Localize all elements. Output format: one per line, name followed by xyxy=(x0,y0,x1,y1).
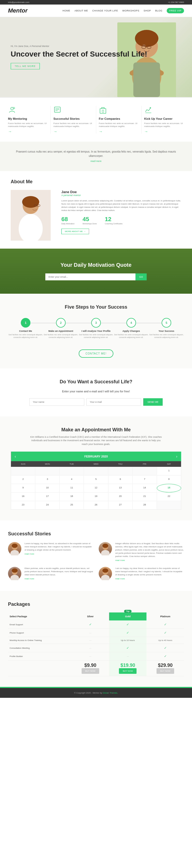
pkg-platinum-buy-button[interactable]: BUY NOW xyxy=(157,668,174,674)
promo-read-more[interactable]: read more xyxy=(90,160,101,162)
calendar-cell[interactable]: 18 xyxy=(60,492,84,501)
calendar-cell[interactable]: 5 xyxy=(84,475,108,484)
step-4: 4 Apply Changes Sed facilisis nec ante c… xyxy=(114,318,149,339)
feature-title-stories: Successful Stories xyxy=(53,117,93,120)
calendar-cell[interactable]: 27 xyxy=(108,501,132,509)
logo[interactable]: Mentor xyxy=(8,7,28,14)
dyw-subtitle: Enter your name and e-mail and I will te… xyxy=(11,390,181,393)
calendar-next-button[interactable]: › xyxy=(176,454,177,459)
calendar-cell xyxy=(60,467,84,475)
calendar-cell[interactable]: 4 xyxy=(60,475,84,484)
calendar-prev-button[interactable]: ‹ xyxy=(15,454,16,459)
quote-form: GO xyxy=(45,273,147,280)
stories-section: Successful Stories Lorem la happy, my de… xyxy=(0,520,192,591)
calendar-cell[interactable]: 10 xyxy=(35,484,60,492)
svg-point-32 xyxy=(102,544,108,548)
hero-cta-button[interactable]: TELL ME MORE xyxy=(11,63,40,69)
feature-arrow-stories[interactable]: → xyxy=(53,129,93,134)
nav-shop[interactable]: SHOP xyxy=(143,9,151,12)
dyw-title: Do You Want a Successful Life? xyxy=(11,379,181,385)
calendar-cell[interactable]: 1 xyxy=(157,467,181,475)
svg-point-43 xyxy=(101,575,109,580)
nav-about[interactable]: ABOUT ME xyxy=(74,9,88,12)
step-1: 1 Contact Me Sed facilisis nec ante cons… xyxy=(8,318,43,339)
promo-band: Praesent cursus nulla nec arcu semper, e… xyxy=(0,142,192,171)
step-desc-2: Sed facilisis nec ante consequat aliquam… xyxy=(43,334,78,339)
feature-text-mentoring: Fusce facilisis nec ante ac accumsan. Ut… xyxy=(8,122,48,128)
story-avatar xyxy=(99,567,112,580)
nav-home[interactable]: HOME xyxy=(62,9,70,12)
calendar-cell[interactable]: 13 xyxy=(108,484,132,492)
feature-arrow-companies[interactable]: → xyxy=(99,129,139,134)
calendar-cell[interactable]: 7 xyxy=(132,475,157,484)
calendar-cell[interactable]: 25 xyxy=(60,501,84,509)
calendar-cell[interactable]: 23 xyxy=(11,501,35,509)
quote-title: Your Daily Motivation Quote xyxy=(11,262,181,268)
calendar-cell[interactable]: 3 xyxy=(35,475,60,484)
calendar-cell[interactable]: 6 xyxy=(108,475,132,484)
calendar-cell[interactable]: 20 xyxy=(108,492,132,501)
nav-change[interactable]: CHANGE YOUR LIFE xyxy=(92,9,118,12)
calendar-grid: 1234567891011121314151617181920212223242… xyxy=(11,467,181,509)
pkg-gold-buy-button[interactable]: BUY NOW xyxy=(119,668,136,674)
calendar-cell[interactable]: 24 xyxy=(35,501,60,509)
calendar-cell[interactable]: 14 xyxy=(132,484,157,492)
step-desc-1: Sed facilisis nec ante consequat aliquam… xyxy=(8,334,43,339)
pkg-row-label: Phone Support xyxy=(8,629,71,637)
nav-workshops[interactable]: WORKSHOPS xyxy=(122,9,139,12)
calendar-cell[interactable]: 11 xyxy=(60,484,84,492)
calendar-cell[interactable]: 17 xyxy=(35,492,60,501)
dyw-email-input[interactable] xyxy=(86,398,141,406)
story-avatar xyxy=(8,567,21,580)
step-circle-3: 3 xyxy=(91,318,101,328)
quote-email-input[interactable] xyxy=(45,273,135,280)
svg-rect-16 xyxy=(102,110,104,112)
cal-day-thu: THU xyxy=(108,461,132,467)
calendar-cell xyxy=(157,501,181,509)
feature-text-companies: Fusce facilisis nec ante ac accumsan. Ut… xyxy=(99,122,139,128)
feature-text-career: Fusce facilisis nec ante ac accumsan. Ut… xyxy=(144,122,184,128)
calendar-cell[interactable]: 9 xyxy=(11,484,35,492)
step-3: 3 I will Analyse Your Profile Sed facili… xyxy=(78,318,114,339)
calendar-cell[interactable]: 15 xyxy=(157,484,181,492)
story-more-link[interactable]: read more xyxy=(25,578,93,580)
steps-contact-button[interactable]: CONTACT ME! xyxy=(79,349,114,358)
pkg-silver-buy-button[interactable]: BUY NOW xyxy=(82,668,99,674)
nav-freevip[interactable]: FREE VIP xyxy=(167,8,184,13)
calendar-cell[interactable]: 21 xyxy=(132,492,157,501)
story-more-link[interactable]: read more xyxy=(115,578,184,580)
about-more-button[interactable]: MORE ABOUT ME → xyxy=(61,228,89,234)
calendar-cell[interactable]: 28 xyxy=(132,501,157,509)
calendar-cell[interactable]: 12 xyxy=(84,484,108,492)
step-label-2: Make an Appointment xyxy=(43,330,78,332)
dyw-name-input[interactable] xyxy=(29,398,84,406)
package-row: Profile Builder — — ✓ xyxy=(8,652,184,660)
about-title: About Me xyxy=(11,179,181,185)
pkg-gold-price: $19.90 BUY NOW xyxy=(109,660,147,676)
calendar-cell[interactable]: 19 xyxy=(84,492,108,501)
calendar-cell[interactable]: 26 xyxy=(84,501,108,509)
companies-icon xyxy=(99,106,107,114)
feature-arrow-career[interactable]: → xyxy=(144,129,184,134)
stat-num-daily: 68 xyxy=(61,216,74,223)
dyw-submit-button[interactable]: SEND ME xyxy=(143,398,163,406)
topbar-email: info@yourdomain.com xyxy=(8,1,29,3)
story-more-link[interactable]: read more xyxy=(25,553,93,555)
calendar-cell[interactable]: 22 xyxy=(157,492,181,501)
story-more-link[interactable]: read more xyxy=(115,559,184,561)
feature-title-companies: For Companies xyxy=(99,117,139,120)
quote-submit-button[interactable]: GO xyxy=(135,273,147,280)
footer: © Copyright 2020 - Mentor by Ocean Theme… xyxy=(0,688,192,698)
cal-day-mon: MON xyxy=(35,461,60,467)
calendar-cell[interactable]: 16 xyxy=(11,492,35,501)
step-2: 2 Make an Appointment Sed facilisis nec … xyxy=(43,318,78,339)
hero-content: Hi, I'm Jane Doe, A Personal Mentor Unco… xyxy=(0,34,192,80)
story-card: Integer efficitur dictum arcu ut feugiat… xyxy=(99,542,184,561)
calendar-cell[interactable]: 8 xyxy=(157,475,181,484)
calendar-cell[interactable]: 2 xyxy=(11,475,35,484)
nav-blog[interactable]: BLOG xyxy=(155,9,162,12)
footer-text: © Copyright 2020 - Mentor by Ocean Theme… xyxy=(8,692,184,694)
cal-day-sat: SAT xyxy=(157,461,181,467)
feature-arrow-mentoring[interactable]: → xyxy=(8,129,48,134)
step-desc-4: Sed facilisis nec ante consequat aliquam… xyxy=(114,334,149,339)
